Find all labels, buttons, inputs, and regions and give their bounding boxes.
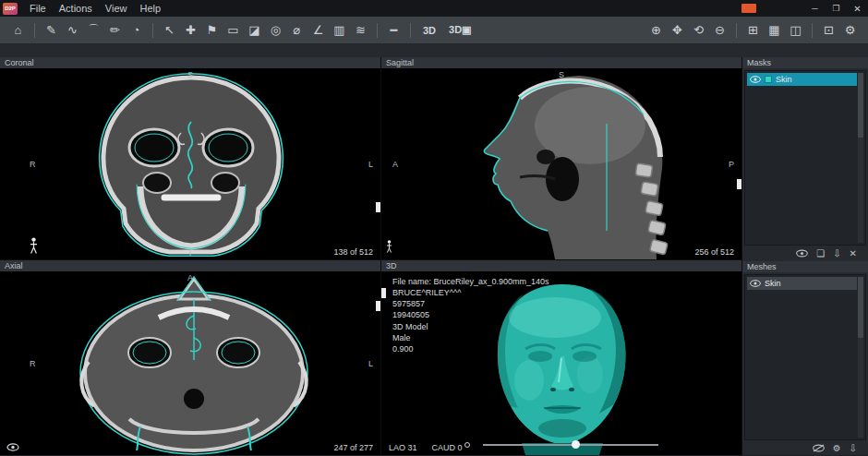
histogram-tool-icon[interactable]: ▥	[329, 20, 350, 41]
meshes-scrollbar[interactable]	[858, 277, 863, 438]
slice-scrollbar-handle[interactable]	[376, 202, 380, 212]
mesh-settings-icon[interactable]: ⚙	[833, 443, 841, 453]
viewport-coronal-canvas[interactable]: S R L I 138 of 512	[0, 68, 380, 259]
close-button[interactable]: ✕	[847, 0, 868, 17]
rotate-view-icon[interactable]: ⟲	[688, 20, 709, 41]
export-mesh-icon[interactable]: ⇩	[850, 443, 857, 453]
menu-actions[interactable]: Actions	[53, 3, 99, 14]
orientation-label-superior: S	[559, 70, 564, 79]
flag-tool-icon[interactable]: ⚑	[201, 20, 223, 41]
menu-help[interactable]: Help	[133, 3, 167, 14]
slice-counter: 247 of 277	[333, 443, 373, 452]
orientation-label-anterior: A	[187, 273, 193, 282]
viewport-axial-canvas[interactable]: A R L 247 of 277	[0, 271, 380, 455]
diameter-measure-icon[interactable]: ⌀	[286, 20, 307, 41]
spline-tool-icon[interactable]: ∿	[62, 20, 83, 41]
right-sidebar: Masks Skin	[742, 57, 868, 455]
mesh-item-skin[interactable]: Skin	[747, 277, 857, 290]
meshes-panel: Meshes Skin	[742, 261, 868, 455]
target-tool-icon[interactable]: ◎	[265, 20, 286, 41]
split-view-icon[interactable]: ◫	[785, 20, 806, 41]
meshes-list: Skin	[744, 274, 866, 440]
crosshair-tool-icon[interactable]: ✚	[180, 20, 201, 41]
app-logo-icon: D2P	[3, 3, 18, 15]
home-icon[interactable]: ⌂	[7, 20, 29, 41]
title-bar: D2P File Actions View Help ─ ❐ ✕	[0, 0, 868, 17]
view-3d-button[interactable]: 3D	[416, 25, 442, 36]
minimize-button[interactable]: ─	[804, 0, 826, 17]
toggle-visibility-icon[interactable]	[796, 249, 808, 258]
orientation-label-left: L	[368, 359, 373, 368]
layout-grid-icon[interactable]: ▦	[764, 20, 785, 41]
viewport-3d-canvas[interactable]: File name: BruceRiley_ax_0.900mm_140s BR…	[381, 271, 741, 455]
meshes-panel-title: Meshes	[742, 261, 868, 272]
overlay-series-type: 3D Model	[392, 321, 549, 332]
snapshot-icon[interactable]: ⊡	[818, 20, 839, 41]
visibility-eye-icon[interactable]	[750, 76, 761, 83]
slice-counter: 138 of 512	[333, 247, 373, 257]
menu-file[interactable]: File	[23, 3, 53, 14]
masks-scrollbar[interactable]	[858, 73, 863, 243]
menu-view[interactable]: View	[99, 3, 134, 14]
arc-tool-icon[interactable]: ⌒	[83, 20, 104, 41]
view-3d-box-button[interactable]: 3D▣	[442, 24, 477, 36]
mask-item-skin[interactable]: Skin	[747, 73, 857, 86]
sagittal-ct-image	[381, 68, 741, 259]
crop-tool-icon[interactable]: ▭	[223, 20, 244, 41]
zoom-out-icon[interactable]: ⊖	[709, 20, 730, 41]
duplicate-mask-icon[interactable]: ❏	[816, 248, 825, 258]
toolbar-right-group: ⊕ ✥ ⟲ ⊖ ⊞ ▦ ◫ ⊡ ⚙	[645, 20, 861, 41]
viewport-axial[interactable]: Axial	[0, 260, 380, 455]
eye-direction-icon	[6, 443, 19, 451]
viewport-coronal[interactable]: Coronal S R	[0, 57, 380, 259]
masks-list: Skin	[744, 70, 866, 246]
delete-mask-icon[interactable]: ✕	[850, 248, 857, 258]
viewport-3d-label: 3D	[381, 260, 741, 271]
fill-tool-icon[interactable]: ◔	[126, 20, 147, 41]
select-cursor-icon[interactable]: ↖	[159, 20, 180, 41]
patient-orientation-figure-icon	[30, 237, 38, 255]
pan-icon[interactable]: ✥	[667, 20, 688, 41]
line-tool-icon[interactable]: ━	[383, 20, 404, 41]
fit-view-icon[interactable]: ⊞	[742, 20, 764, 41]
visibility-eye-icon[interactable]	[750, 280, 761, 287]
rotation-slider[interactable]	[464, 440, 658, 450]
slider-start-dot-icon	[464, 442, 470, 448]
dicom-overlay-text: File name: BruceRiley_ax_0.900mm_140s BR…	[392, 276, 549, 354]
overlay-sex: Male	[392, 332, 549, 343]
toggle-mesh-visibility-icon[interactable]	[813, 444, 825, 452]
orientation-label-posterior: P	[729, 160, 734, 169]
masks-panel-title: Masks	[742, 57, 868, 68]
brand-badge-icon	[741, 4, 756, 13]
settings-icon[interactable]: ⚙	[839, 20, 861, 41]
zoom-in-icon[interactable]: ⊕	[645, 20, 667, 41]
slice-scrollbar-handle[interactable]	[381, 288, 386, 298]
pencil-tool-icon[interactable]: ✎	[41, 20, 62, 41]
slider-knob[interactable]	[572, 440, 580, 449]
toolbar-separator	[410, 23, 411, 38]
mesh-item-label: Skin	[765, 279, 781, 288]
toolbar-separator	[152, 23, 153, 38]
lao-value: LAO 31	[389, 443, 417, 452]
slice-scrollbar-handle[interactable]	[737, 179, 741, 189]
angle-measure-icon[interactable]: ∠	[307, 20, 329, 41]
viewport-sagittal[interactable]: Sagittal	[381, 57, 741, 259]
mask-color-chip	[765, 76, 772, 83]
toolbar-separator	[736, 23, 737, 38]
overlay-patient-id: 5975857	[392, 298, 549, 309]
export-mask-icon[interactable]: ⇩	[833, 248, 840, 258]
masks-panel: Masks Skin	[742, 57, 868, 260]
brush-tool-icon[interactable]: ✏	[104, 20, 126, 41]
maximize-button[interactable]: ❐	[826, 0, 847, 17]
slice-scrollbar-handle[interactable]	[376, 301, 380, 311]
app-window: D2P File Actions View Help ─ ❐ ✕ ⌂ ✎ ∿ ⌒…	[0, 0, 868, 455]
threshold-tool-icon[interactable]: ≋	[350, 20, 371, 41]
viewport-3d[interactable]: 3D	[381, 260, 741, 455]
toolbar-gap	[0, 44, 868, 57]
masks-panel-toolbar: ❏ ⇩ ✕	[742, 246, 868, 260]
eraser-tool-icon[interactable]: ◪	[244, 20, 265, 41]
viewport-coronal-label: Coronal	[0, 57, 380, 68]
viewport-sagittal-canvas[interactable]: S A P 256 of 512	[381, 68, 741, 259]
view-orientation-status: LAO 31 CAUD 0	[389, 443, 463, 452]
orientation-label-right: R	[30, 359, 36, 368]
